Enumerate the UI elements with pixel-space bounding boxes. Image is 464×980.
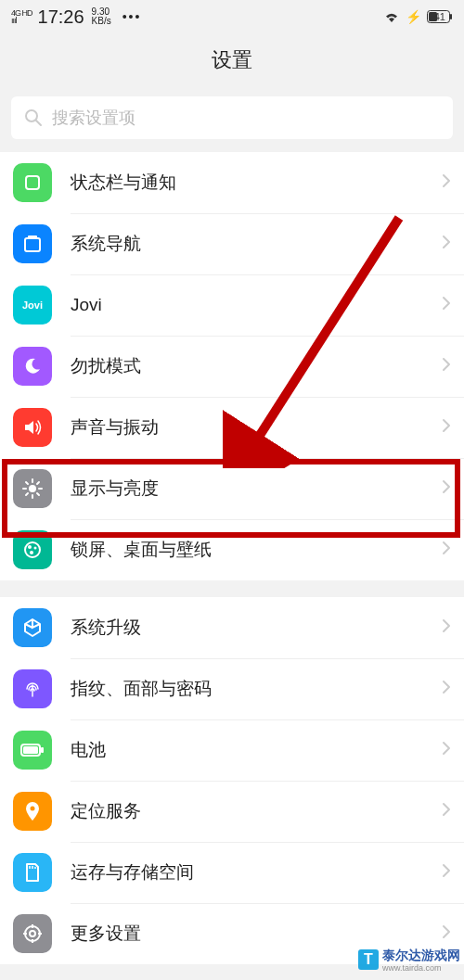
chevron-right-icon bbox=[442, 680, 451, 698]
svg-rect-6 bbox=[25, 238, 40, 251]
status-right: ⚡ 41 bbox=[383, 9, 453, 24]
chevron-right-icon bbox=[442, 541, 451, 559]
palette-icon bbox=[13, 530, 52, 569]
chevron-right-icon bbox=[442, 479, 451, 498]
charging-icon: ⚡ bbox=[406, 9, 421, 24]
search-icon bbox=[24, 108, 43, 127]
row-label: 指纹、面部与密码 bbox=[71, 677, 442, 701]
status-icon bbox=[13, 163, 52, 202]
settings-row-jovi[interactable]: JoviJovi bbox=[0, 274, 464, 336]
watermark: T 泰尔达游戏网 www.tairda.com bbox=[358, 947, 460, 973]
settings-section: 系统升级指纹、面部与密码电池定位服务运存与存储空间更多设置 bbox=[0, 597, 464, 964]
fingerprint-icon bbox=[13, 669, 52, 708]
settings-section: 状态栏与通知系统导航JoviJovi勿扰模式声音与振动显示与亮度锁屏、桌面与壁纸 bbox=[0, 152, 464, 580]
net-speed: 9.30 KB/s bbox=[92, 7, 111, 26]
chevron-right-icon bbox=[442, 357, 451, 375]
svg-point-18 bbox=[25, 542, 40, 557]
svg-point-30 bbox=[30, 931, 35, 936]
svg-line-16 bbox=[26, 493, 28, 495]
cube-icon bbox=[13, 608, 52, 647]
row-label: 勿扰模式 bbox=[71, 354, 442, 378]
chevron-right-icon bbox=[442, 173, 451, 192]
row-label: 系统升级 bbox=[71, 616, 442, 640]
svg-rect-5 bbox=[26, 176, 39, 189]
chevron-right-icon bbox=[442, 741, 451, 759]
chevron-right-icon bbox=[442, 418, 451, 437]
moon-icon bbox=[13, 347, 52, 386]
svg-point-20 bbox=[34, 547, 37, 550]
settings-row-sound[interactable]: 声音与振动 bbox=[0, 397, 464, 458]
brightness-icon bbox=[13, 469, 52, 508]
row-label: 电池 bbox=[71, 738, 442, 762]
svg-line-17 bbox=[37, 482, 39, 484]
watermark-url: www.tairda.com bbox=[382, 964, 460, 973]
chevron-right-icon bbox=[442, 863, 451, 882]
sd-icon bbox=[13, 853, 52, 892]
search-container: 搜索设置项 bbox=[0, 87, 464, 152]
status-bar: 4G HD ıııl 17:26 9.30 KB/s ••• ⚡ 41 bbox=[0, 0, 464, 33]
svg-line-4 bbox=[36, 121, 41, 125]
settings-row-display[interactable]: 显示与亮度 bbox=[0, 458, 464, 519]
clock: 17:26 bbox=[38, 6, 84, 28]
settings-row-nav[interactable]: 系统导航 bbox=[0, 213, 464, 274]
battery-icon bbox=[13, 731, 52, 770]
svg-point-3 bbox=[26, 110, 37, 121]
svg-rect-24 bbox=[23, 746, 38, 754]
svg-rect-23 bbox=[41, 747, 44, 753]
row-label: 系统导航 bbox=[71, 232, 442, 256]
settings-row-storage[interactable]: 运存与存储空间 bbox=[0, 842, 464, 903]
svg-text:Jovi: Jovi bbox=[22, 299, 43, 311]
jovi-icon: Jovi bbox=[13, 286, 52, 325]
settings-row-location[interactable]: 定位服务 bbox=[0, 781, 464, 842]
signal-icon: 4G HD ıııl bbox=[11, 9, 32, 24]
status-left: 4G HD ıııl 17:26 9.30 KB/s ••• bbox=[11, 6, 141, 28]
svg-point-19 bbox=[28, 545, 32, 549]
settings-row-upgrade[interactable]: 系统升级 bbox=[0, 597, 464, 658]
svg-line-15 bbox=[37, 493, 39, 495]
gear-icon bbox=[13, 914, 52, 953]
search-input[interactable]: 搜索设置项 bbox=[11, 96, 453, 139]
svg-point-21 bbox=[30, 551, 33, 554]
chevron-right-icon bbox=[442, 802, 451, 821]
row-label: Jovi bbox=[71, 295, 442, 315]
battery-icon: 41 bbox=[427, 10, 453, 23]
svg-point-25 bbox=[31, 807, 35, 811]
settings-row-lock[interactable]: 锁屏、桌面与壁纸 bbox=[0, 519, 464, 580]
row-label: 状态栏与通知 bbox=[71, 171, 442, 195]
row-label: 运存与存储空间 bbox=[71, 860, 442, 885]
svg-rect-7 bbox=[28, 235, 37, 239]
chevron-right-icon bbox=[442, 924, 451, 943]
search-placeholder: 搜索设置项 bbox=[52, 107, 135, 129]
row-label: 定位服务 bbox=[71, 799, 442, 823]
row-label: 显示与亮度 bbox=[71, 477, 442, 501]
watermark-name: 泰尔达游戏网 bbox=[382, 948, 460, 962]
more-dots-icon: ••• bbox=[122, 9, 142, 24]
settings-row-biometric[interactable]: 指纹、面部与密码 bbox=[0, 658, 464, 719]
settings-row-dnd[interactable]: 勿扰模式 bbox=[0, 336, 464, 397]
row-label: 锁屏、桌面与壁纸 bbox=[71, 538, 442, 562]
page-title: 设置 bbox=[0, 33, 464, 87]
pin-icon bbox=[13, 792, 52, 831]
settings-row-battery[interactable]: 电池 bbox=[0, 719, 464, 781]
speaker-icon bbox=[13, 408, 52, 447]
svg-line-14 bbox=[26, 482, 28, 484]
row-label: 更多设置 bbox=[71, 922, 442, 946]
chevron-right-icon bbox=[442, 618, 451, 637]
wifi-icon bbox=[383, 10, 400, 23]
watermark-logo: T bbox=[358, 949, 379, 970]
svg-point-29 bbox=[25, 926, 40, 941]
row-label: 声音与振动 bbox=[71, 415, 442, 439]
chevron-right-icon bbox=[442, 296, 451, 314]
settings-row-status_notif[interactable]: 状态栏与通知 bbox=[0, 152, 464, 213]
svg-point-9 bbox=[29, 485, 36, 492]
svg-rect-1 bbox=[450, 14, 452, 19]
nav-icon bbox=[13, 224, 52, 263]
chevron-right-icon bbox=[442, 235, 451, 253]
